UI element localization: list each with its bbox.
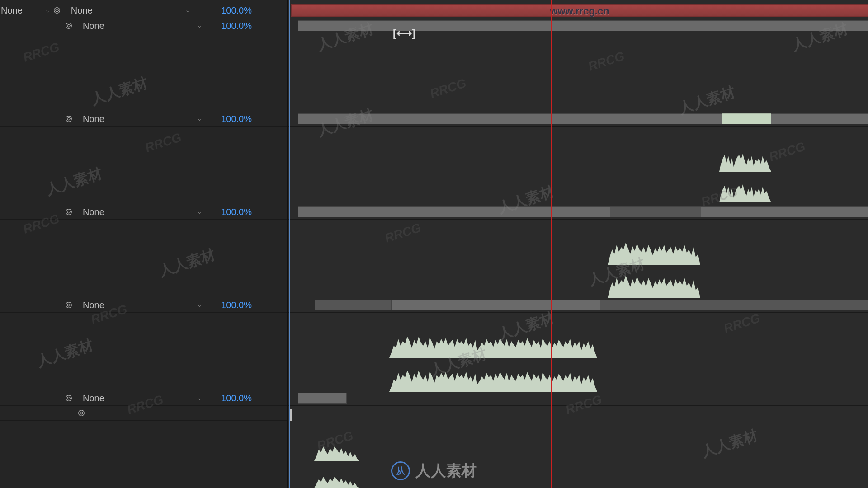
audio-waveform xyxy=(389,330,597,358)
pickwhip-icon[interactable] xyxy=(77,409,85,417)
chevron-down-icon: ⌵ xyxy=(198,23,201,29)
parent-label: None xyxy=(71,5,93,16)
parent-label: None xyxy=(83,300,104,310)
stretch-value[interactable]: 100.0% xyxy=(221,5,252,16)
layer-bar[interactable] xyxy=(392,300,868,310)
parent-label: None xyxy=(83,114,104,124)
layer-bar[interactable] xyxy=(298,113,868,124)
video-clip[interactable]: www.rrcg.cn xyxy=(291,4,868,17)
layer-properties-panel: None⌵None⌵100.0%None⌵100.0%None⌵100.0%No… xyxy=(0,0,288,488)
audio-waveform xyxy=(389,364,597,392)
stretch-value[interactable]: 100.0% xyxy=(221,300,252,310)
chevron-down-icon: ⌵ xyxy=(198,209,201,215)
pickwhip-icon[interactable] xyxy=(65,208,73,216)
pickwhip-icon[interactable] xyxy=(53,6,61,14)
stretch-value[interactable]: 100.0% xyxy=(221,207,252,217)
pickwhip-icon[interactable] xyxy=(65,115,73,123)
parent-dropdown[interactable]: None⌵ xyxy=(83,114,201,124)
parent-dropdown[interactable]: None⌵ xyxy=(83,21,201,31)
timeline-track[interactable] xyxy=(288,112,868,127)
stretch-value[interactable]: 100.0% xyxy=(221,393,252,404)
pickwhip-icon[interactable] xyxy=(65,22,73,30)
clip-label: www.rrcg.cn xyxy=(550,5,609,17)
layer-property-row: None⌵100.0% xyxy=(0,19,287,33)
timeline-track[interactable] xyxy=(288,205,868,220)
layer-bar[interactable] xyxy=(298,20,868,31)
audio-waveform xyxy=(719,147,771,172)
layer-property-row: None⌵100.0% xyxy=(0,112,287,127)
logo-icon: 从 xyxy=(391,461,410,480)
timeline-track[interactable]: www.rrcg.cn xyxy=(288,3,868,18)
layer-property-row: None⌵100.0% xyxy=(0,205,287,220)
ripple-edit-cursor-icon: [⟷] xyxy=(393,27,415,40)
timeline-panel[interactable]: www.rrcg.cn [⟷] xyxy=(288,0,868,488)
layer-bar[interactable] xyxy=(298,393,347,404)
layer-property-row xyxy=(0,406,287,421)
watermark-logo: 从 人人素材 xyxy=(391,460,477,481)
stretch-value[interactable]: 100.0% xyxy=(221,21,252,31)
stretch-value[interactable]: 100.0% xyxy=(221,114,252,124)
parent-label: None xyxy=(83,393,104,404)
chevron-down-icon: ⌵ xyxy=(46,7,49,14)
timeline-track[interactable] xyxy=(288,19,868,33)
video-clip[interactable] xyxy=(722,113,771,124)
audio-waveform xyxy=(314,438,359,461)
parent-dropdown[interactable]: None⌵ xyxy=(83,207,201,217)
playhead[interactable] xyxy=(551,0,552,488)
timeline-track[interactable] xyxy=(288,298,868,313)
parent-dropdown[interactable]: None⌵ xyxy=(83,300,201,310)
layer-bar[interactable] xyxy=(315,300,392,310)
parent-dropdown[interactable]: None⌵ xyxy=(71,5,189,16)
parent-label: None xyxy=(83,21,104,31)
work-area-start[interactable] xyxy=(289,0,290,488)
chevron-down-icon: ⌵ xyxy=(198,116,201,122)
chevron-down-icon: ⌵ xyxy=(198,395,201,401)
parent-dropdown[interactable]: None⌵ xyxy=(83,393,201,404)
audio-waveform xyxy=(608,238,700,265)
logo-text: 人人素材 xyxy=(415,460,477,481)
layer-property-row: None⌵100.0% xyxy=(0,391,287,406)
parent-dropdown[interactable]: None⌵ xyxy=(1,5,49,16)
chevron-down-icon: ⌵ xyxy=(186,7,189,14)
audio-waveform xyxy=(719,178,771,202)
audio-waveform xyxy=(608,271,700,298)
layer-property-row: None⌵None⌵100.0% xyxy=(0,3,287,18)
parent-label: None xyxy=(1,5,23,16)
parent-label: None xyxy=(83,207,104,217)
layer-bar[interactable] xyxy=(298,206,868,217)
audio-waveform xyxy=(314,471,359,488)
pickwhip-icon[interactable] xyxy=(65,394,73,402)
chevron-down-icon: ⌵ xyxy=(198,302,201,308)
timeline-track[interactable] xyxy=(288,391,868,406)
layer-property-row: None⌵100.0% xyxy=(0,298,287,313)
pickwhip-icon[interactable] xyxy=(65,301,73,309)
